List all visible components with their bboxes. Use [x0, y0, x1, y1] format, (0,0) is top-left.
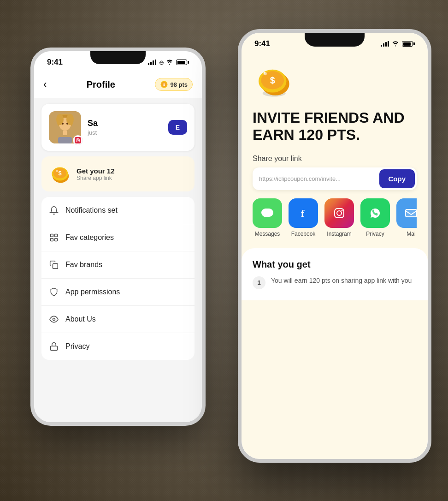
menu-item-fav-brands[interactable]: Fav brands: [41, 251, 195, 279]
menu-label-fav-brands: Fav brands: [65, 261, 102, 269]
social-item-whatsapp[interactable]: Privacy: [360, 198, 390, 237]
status-icons-front: [381, 41, 415, 47]
svg-text:f: f: [301, 208, 305, 219]
social-label-mail: Mai: [407, 231, 415, 237]
menu-item-about-us[interactable]: About Us: [41, 306, 195, 333]
reward-item: 1 You will earn 120 pts on sharing app l…: [253, 276, 417, 289]
svg-point-40: [342, 209, 343, 211]
menu-label-fav-categories: Fav categories: [65, 233, 114, 242]
notch-back: [90, 51, 146, 64]
svg-point-39: [337, 211, 342, 215]
svg-point-16: [79, 139, 79, 139]
svg-point-9: [62, 123, 64, 125]
profile-header: ‹ Profile $ 98 pts: [34, 71, 202, 98]
status-icons-back: ⊖: [148, 59, 189, 66]
profile-card: Sa just E: [41, 104, 195, 151]
social-row: Messages f Facebook: [253, 198, 417, 237]
reward-number: 1: [253, 276, 265, 289]
white-section: What you get 1 You will earn 120 pts on …: [242, 248, 428, 300]
phones-container: 9:41 ⊖: [17, 20, 431, 481]
signal-bars-icon: [148, 60, 156, 65]
back-button[interactable]: ‹: [43, 78, 47, 90]
referral-coin-icon: $: [49, 163, 71, 185]
menu-item-fav-categories[interactable]: Fav categories: [41, 224, 195, 251]
social-item-mail[interactable]: Mai: [396, 198, 417, 237]
pts-value: 98 pts: [170, 81, 188, 88]
menu-label-privacy: Privacy: [65, 342, 89, 351]
social-label-facebook: Facebook: [291, 231, 316, 237]
svg-rect-28: [51, 346, 58, 350]
eye-icon: [49, 314, 59, 324]
battery-front-icon: [402, 41, 415, 47]
share-link-box: https://iclipcoupon.com/invite... Copy: [253, 167, 417, 190]
svg-rect-26: [53, 264, 58, 269]
svg-point-27: [53, 318, 55, 321]
mail-icon: [396, 198, 417, 228]
coin-hero-icon: $: [253, 61, 294, 98]
profile-title: Profile: [87, 79, 115, 90]
copy-button[interactable]: Copy: [379, 169, 415, 188]
coin-icon: $: [160, 80, 168, 89]
referral-sub: Share app link: [77, 175, 187, 181]
menu-item-privacy[interactable]: Privacy: [41, 333, 195, 360]
status-time-front: 9:41: [254, 39, 270, 48]
whatsapp-icon: [360, 198, 390, 228]
profile-sub: just: [88, 129, 162, 136]
social-item-facebook[interactable]: f Facebook: [289, 198, 318, 237]
status-time-back: 9:41: [47, 58, 63, 67]
svg-rect-24: [51, 239, 53, 241]
wifi-front-icon: [392, 41, 399, 47]
svg-rect-36: [261, 209, 273, 217]
social-item-messages[interactable]: Messages: [253, 198, 282, 237]
social-label-whatsapp: Privacy: [366, 231, 384, 237]
svg-rect-23: [55, 234, 58, 237]
svg-text:$: $: [58, 170, 61, 177]
shield-icon: [49, 287, 59, 297]
avatar-wrap: [49, 111, 81, 143]
referral-title: Get your 12: [77, 167, 187, 175]
instagram-badge[interactable]: [73, 135, 83, 145]
facebook-icon: f: [289, 198, 318, 228]
menu-list: Notifications set Fav categories: [41, 197, 195, 360]
what-you-get-title: What you get: [253, 259, 417, 270]
phone-front: 9:41: [238, 29, 431, 463]
pts-badge: $ 98 pts: [155, 78, 193, 91]
social-item-instagram[interactable]: Instagram: [324, 198, 354, 237]
profile-info: Sa just: [88, 119, 162, 136]
menu-item-notifications[interactable]: Notifications set: [41, 197, 195, 224]
social-label-instagram: Instagram: [327, 231, 351, 237]
svg-rect-42: [406, 209, 417, 217]
share-link-url: https://iclipcoupon.com/invite...: [259, 175, 379, 182]
menu-label-about-us: About Us: [65, 315, 96, 323]
referral-text: Get your 12 Share app link: [77, 167, 187, 181]
instagram-share-icon: [324, 198, 354, 228]
bell-icon: [49, 205, 59, 215]
svg-rect-22: [51, 234, 53, 237]
phone-back: 9:41 ⊖: [30, 48, 206, 426]
messages-icon: [253, 198, 282, 228]
referral-banner[interactable]: $ Get your 12 Share app link: [41, 156, 195, 191]
grid-icon: [49, 233, 59, 243]
menu-label-notifications: Notifications set: [65, 206, 118, 215]
svg-rect-13: [75, 137, 81, 143]
svg-point-35: [264, 72, 265, 74]
battery-icon: [176, 60, 189, 65]
edit-profile-button[interactable]: E: [168, 120, 187, 135]
signal-bars-front-icon: [381, 41, 389, 47]
notch-front: [305, 33, 365, 47]
svg-point-21: [56, 170, 58, 172]
invite-heading: INVITE FRIENDS AND EARN 120 PTS.: [253, 109, 417, 143]
reward-text: You will earn 120 pts on sharing app lin…: [271, 276, 412, 286]
share-link-label: Share your link: [253, 155, 417, 163]
wifi-icon: ⊖: [159, 59, 173, 66]
menu-item-app-permissions[interactable]: App permissions: [41, 279, 195, 306]
svg-rect-25: [55, 239, 58, 241]
svg-rect-12: [63, 131, 67, 135]
menu-label-app-permissions: App permissions: [65, 288, 120, 296]
svg-rect-11: [58, 137, 72, 143]
profile-name: Sa: [88, 119, 162, 128]
social-label-messages: Messages: [255, 231, 280, 237]
svg-point-10: [66, 123, 68, 125]
lock-icon: [49, 341, 59, 352]
copy-icon: [49, 260, 59, 270]
